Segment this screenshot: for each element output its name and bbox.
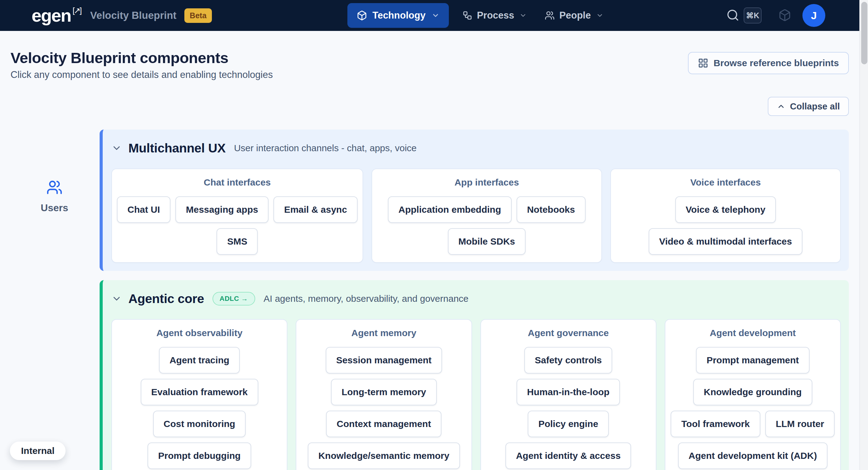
component-chip[interactable]: Voice & telephony: [675, 196, 776, 223]
component-chip[interactable]: Agent development kit (ADK): [678, 442, 828, 469]
component-chip[interactable]: Prompt management: [696, 347, 809, 374]
section-title: Multichannel UX: [128, 141, 225, 156]
card: Voice interfacesVoice & telephonyVideo &…: [610, 168, 841, 263]
component-chip[interactable]: Human-in-the-loop: [517, 379, 620, 405]
nav-item-label: Process: [477, 10, 515, 21]
scrollbar-thumb[interactable]: [861, 2, 867, 64]
chip-row: Agent development kit (ADK): [678, 442, 828, 469]
beta-badge: Beta: [184, 8, 212, 23]
chevron-down-icon: [111, 143, 122, 153]
component-chip[interactable]: Prompt debugging: [148, 442, 251, 469]
component-chip[interactable]: Knowledge/semantic memory: [308, 442, 460, 469]
chip-rows: Voice & telephonyVideo & multimodal inte…: [616, 196, 835, 255]
card: Agent observabilityAgent tracingEvaluati…: [111, 319, 287, 470]
component-chip[interactable]: Evaluation framework: [141, 379, 258, 405]
browse-button-label: Browse reference blueprints: [714, 58, 839, 68]
egen-logo[interactable]: egen[↗]: [32, 6, 81, 25]
chevron-up-icon: [777, 102, 785, 111]
avatar[interactable]: J: [802, 4, 825, 27]
card-title: Agent development: [710, 328, 796, 338]
chip-row: Voice & telephony: [675, 196, 776, 223]
card: Agent memorySession managementLong-term …: [296, 319, 472, 470]
card: Agent governanceSafety controlsHuman-in-…: [480, 319, 656, 470]
sections-root: Multichannel UXUser interaction channels…: [100, 130, 849, 470]
card-title: Chat interfaces: [204, 177, 271, 188]
component-chip[interactable]: Session management: [326, 347, 442, 374]
component-chip[interactable]: Application embedding: [388, 196, 512, 223]
chip-row: Cost monitoring: [153, 411, 246, 437]
section-collapse-toggle[interactable]: [111, 293, 122, 304]
section-agentic-core: Agentic coreADLC →AI agents, memory, obs…: [100, 280, 849, 470]
egen-logo-text: egen: [32, 6, 71, 25]
chip-row: Context management: [326, 411, 441, 437]
cube-icon: [356, 10, 367, 21]
nav-item-label: People: [559, 10, 591, 21]
component-chip[interactable]: Cost monitoring: [153, 411, 246, 437]
section-collapse-toggle[interactable]: [111, 143, 122, 153]
component-chip[interactable]: Video & multimodal interfaces: [649, 228, 803, 255]
collapse-all-button[interactable]: Collapse all: [768, 97, 849, 116]
search-button[interactable]: [726, 9, 739, 23]
component-chip[interactable]: Mobile SDKs: [448, 228, 526, 255]
component-chip[interactable]: Agent identity & access: [505, 442, 631, 469]
internal-badge[interactable]: Internal: [10, 442, 66, 460]
nav-item-people[interactable]: People: [545, 10, 603, 21]
collapse-button-label: Collapse all: [790, 101, 840, 112]
nav-item-process[interactable]: Process: [462, 10, 527, 21]
component-chip[interactable]: Knowledge grounding: [693, 379, 812, 405]
main-content: Velocity Blueprint components Click any …: [0, 31, 859, 470]
component-chip[interactable]: Notebooks: [517, 196, 586, 223]
navbar-left-group: egen[↗] Velocity Blueprint Beta: [32, 0, 212, 31]
section-subtitle: User interaction channels - chat, apps, …: [234, 143, 416, 153]
chip-row: Prompt debugging: [148, 442, 251, 469]
chip-row: Video & multimodal interfaces: [649, 228, 803, 255]
component-chip[interactable]: LLM router: [765, 411, 835, 437]
component-chip[interactable]: Long-term memory: [331, 379, 436, 405]
workflow-icon: [462, 10, 472, 21]
chevron-down-icon: [596, 12, 603, 19]
chip-row: Application embeddingNotebooks: [388, 196, 586, 223]
chip-rows: Agent tracingEvaluation frameworkCost mo…: [117, 347, 282, 470]
browse-reference-blueprints-button[interactable]: Browse reference blueprints: [688, 52, 849, 74]
chip-row: Agent identity & access: [505, 442, 631, 469]
chip-row: Prompt management: [696, 347, 809, 374]
component-chip[interactable]: Chat UI: [117, 196, 170, 223]
chip-rows: Chat UIMessaging appsEmail & asyncSMS: [117, 196, 358, 255]
chip-row: Knowledge/semantic memory: [308, 442, 460, 469]
scrollbar-track[interactable]: [859, 0, 868, 470]
chevron-down-icon: [432, 11, 440, 20]
chip-row: Mobile SDKs: [448, 228, 526, 255]
section-multichannel-ux: Multichannel UXUser interaction channels…: [100, 130, 849, 271]
keyboard-shortcut-badge[interactable]: ⌘K: [744, 7, 762, 24]
blueprint-cube-button[interactable]: [778, 9, 791, 23]
users-icon: [46, 179, 62, 195]
component-chip[interactable]: SMS: [217, 228, 258, 255]
component-chip[interactable]: Context management: [326, 411, 441, 437]
section-header: Multichannel UXUser interaction channels…: [111, 141, 841, 156]
external-link-icon: [↗]: [72, 6, 81, 14]
adlc-badge[interactable]: ADLC →: [213, 292, 255, 306]
component-chip[interactable]: Email & async: [274, 196, 357, 223]
top-navbar: egen[↗] Velocity Blueprint Beta Technolo…: [0, 0, 868, 31]
chip-rows: Application embeddingNotebooksMobile SDK…: [377, 196, 596, 255]
app-title: Velocity Blueprint: [90, 9, 177, 21]
navbar-menu: Technology Process People: [347, 0, 603, 31]
nav-item-technology[interactable]: Technology: [347, 3, 449, 28]
component-chip[interactable]: Agent tracing: [159, 347, 240, 374]
component-chip[interactable]: Messaging apps: [176, 196, 269, 223]
users-icon: [545, 10, 555, 21]
component-chip[interactable]: Safety controls: [524, 347, 613, 374]
chip-row: Chat UIMessaging appsEmail & async: [117, 196, 358, 223]
grid-icon: [698, 58, 708, 68]
card-title: App interfaces: [455, 177, 519, 188]
component-chip[interactable]: Policy engine: [528, 411, 609, 437]
chip-row: Human-in-the-loop: [517, 379, 620, 405]
cards-row: Agent observabilityAgent tracingEvaluati…: [111, 319, 841, 470]
component-chip[interactable]: Tool framework: [671, 411, 760, 437]
chip-row: Knowledge grounding: [693, 379, 812, 405]
card-title: Agent memory: [351, 328, 416, 338]
users-label: Users: [30, 202, 79, 214]
card-title: Agent governance: [528, 328, 609, 338]
chip-row: SMS: [217, 228, 258, 255]
card: Agent developmentPrompt managementKnowle…: [665, 319, 841, 470]
